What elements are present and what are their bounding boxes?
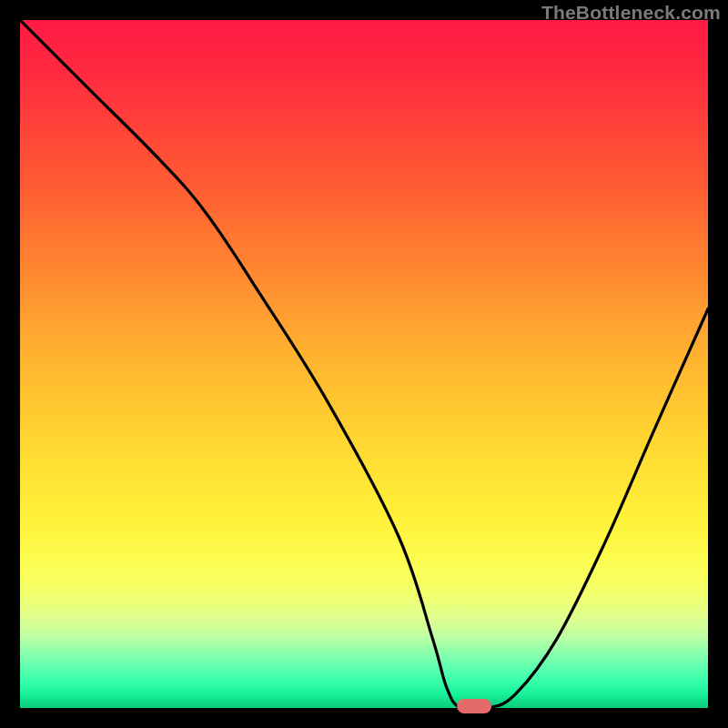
chart-frame: TheBottleneck.com (0, 0, 728, 728)
optimal-marker (457, 699, 491, 713)
plot-area (20, 20, 708, 708)
bottleneck-curve (20, 20, 708, 708)
